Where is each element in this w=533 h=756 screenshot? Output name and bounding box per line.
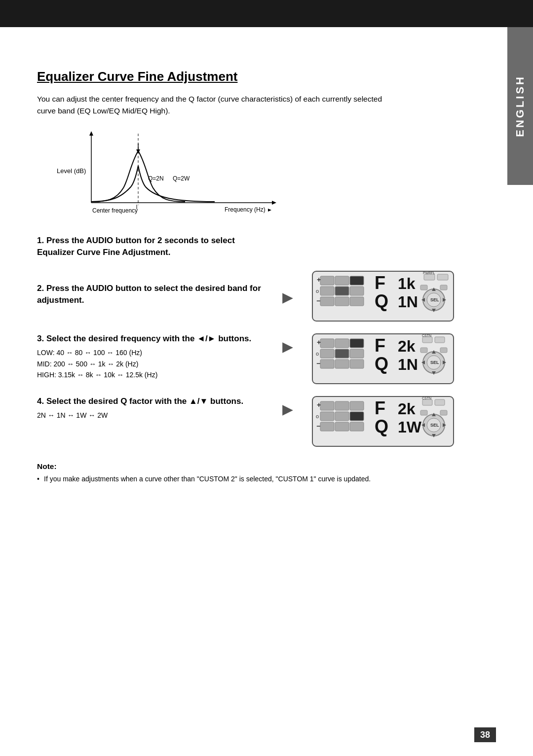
side-tab: ENGLISH (507, 27, 533, 185)
svg-rect-54 (350, 360, 364, 368)
note-section: Note: If you make adjustments when a cur… (37, 462, 468, 485)
svg-rect-92 (422, 399, 432, 405)
step-2-arrow (278, 286, 298, 311)
svg-text:−: − (316, 360, 320, 367)
svg-text:SEL: SEL (430, 297, 439, 302)
svg-marker-1 (89, 131, 93, 136)
svg-text:F: F (375, 335, 385, 356)
svg-text:F: F (375, 273, 385, 293)
step-4-device: + o − F Q 2k 1W CSTN SEL (311, 396, 455, 447)
svg-text:−: − (316, 297, 320, 305)
step-3-title: 3. Select the desired frequency with the… (37, 333, 264, 345)
step-1-title: 1. Press the AUDIO button for 2 seconds … (37, 235, 264, 258)
svg-marker-13 (268, 209, 271, 212)
svg-rect-78 (350, 401, 364, 410)
intro-text: You can adjust the center frequency and … (37, 93, 392, 117)
svg-rect-83 (335, 422, 349, 431)
svg-rect-102 (420, 410, 427, 415)
svg-rect-81 (350, 412, 364, 421)
svg-rect-51 (350, 349, 364, 358)
svg-rect-47 (335, 339, 349, 348)
step-4-text: 4. Select the desired Q factor with the … (37, 396, 264, 421)
step-3-device: + o − F Q 2k 1N CSTN SEL (311, 333, 455, 385)
step-2-text: 2. Press the AUDIO button to select the … (37, 283, 264, 309)
svg-text:CSTN: CSTN (422, 396, 431, 400)
svg-rect-32 (424, 274, 435, 280)
step-2-device: + o − F Q 1k 1N PWRFL SEL (311, 270, 455, 322)
svg-text:1N: 1N (398, 356, 418, 373)
svg-text:CSTN: CSTN (422, 334, 431, 337)
svg-rect-24 (350, 297, 364, 306)
svg-rect-42 (420, 285, 427, 290)
top-bar (0, 0, 533, 27)
svg-rect-43 (440, 285, 447, 290)
svg-rect-21 (350, 287, 364, 295)
svg-rect-22 (320, 297, 334, 306)
svg-text:2k: 2k (398, 400, 416, 418)
svg-text:Q: Q (375, 354, 388, 374)
svg-text:Q=2W: Q=2W (173, 175, 190, 182)
page-number: 38 (474, 727, 496, 742)
svg-text:+: + (317, 401, 321, 409)
step-4-arrow (278, 398, 298, 423)
svg-text:+: + (317, 338, 321, 346)
svg-rect-23 (335, 297, 349, 306)
step-4: 4. Select the desired Q factor with the … (37, 396, 468, 447)
step-3: 3. Select the desired frequency with the… (37, 333, 468, 385)
svg-text:1k: 1k (398, 275, 416, 292)
step-1: 1. Press the AUDIO button for 2 seconds … (37, 235, 468, 261)
svg-text:2k: 2k (398, 337, 416, 355)
svg-marker-3 (272, 201, 276, 205)
step-4-title: 4. Select the desired Q factor with the … (37, 396, 264, 407)
svg-marker-74 (282, 405, 293, 416)
svg-text:Q=2N: Q=2N (148, 175, 164, 182)
svg-text:−: − (316, 422, 320, 430)
step-2: 2. Press the AUDIO button to select the … (37, 270, 468, 322)
svg-rect-77 (335, 401, 349, 410)
svg-text:SEL: SEL (430, 360, 439, 365)
svg-rect-19 (320, 287, 334, 295)
svg-rect-16 (320, 276, 334, 285)
svg-rect-103 (440, 410, 447, 415)
svg-text:+: + (317, 276, 321, 284)
svg-text:Q: Q (375, 416, 388, 436)
svg-text:o: o (316, 288, 319, 294)
side-tab-label: ENGLISH (514, 75, 527, 137)
section-title: Equalizer Curve Fine Adjustment (37, 69, 468, 84)
svg-rect-80 (335, 412, 349, 421)
svg-text:Center frequency: Center frequency (92, 207, 138, 214)
step-3-text: 3. Select the desired frequency with the… (37, 333, 264, 381)
svg-marker-14 (282, 293, 293, 304)
svg-text:Frequency (Hz): Frequency (Hz) (225, 206, 266, 213)
svg-rect-17 (335, 276, 349, 285)
svg-text:1N: 1N (398, 293, 418, 311)
svg-text:SEL: SEL (430, 423, 439, 428)
svg-rect-48 (350, 339, 364, 348)
note-title: Note: (37, 462, 468, 471)
svg-rect-73 (440, 348, 447, 353)
svg-text:o: o (316, 413, 319, 419)
svg-marker-44 (282, 342, 293, 353)
step-3-arrow (278, 335, 298, 360)
svg-rect-53 (335, 360, 349, 368)
main-content: Equalizer Curve Fine Adjustment You can … (0, 27, 507, 514)
svg-text:o: o (316, 351, 319, 357)
svg-rect-33 (437, 274, 448, 280)
svg-text:F: F (375, 398, 385, 418)
svg-text:PWRFL: PWRFL (423, 271, 435, 275)
svg-rect-79 (320, 412, 334, 421)
step-1-text: 1. Press the AUDIO button for 2 seconds … (37, 235, 264, 261)
svg-rect-50 (335, 349, 349, 358)
svg-rect-76 (320, 401, 334, 410)
svg-rect-63 (435, 337, 445, 343)
step-3-sub: LOW: 40 ↔ 80 ↔ 100 ↔ 160 (Hz) MID: 200 ↔… (37, 347, 264, 380)
svg-rect-82 (320, 422, 334, 431)
svg-rect-49 (320, 349, 334, 358)
svg-rect-62 (422, 337, 432, 343)
svg-rect-93 (435, 399, 445, 405)
svg-rect-20 (335, 287, 349, 295)
step-2-title: 2. Press the AUDIO button to select the … (37, 283, 264, 306)
svg-text:Q: Q (375, 291, 388, 311)
svg-rect-18 (350, 276, 364, 285)
svg-rect-72 (420, 348, 427, 353)
